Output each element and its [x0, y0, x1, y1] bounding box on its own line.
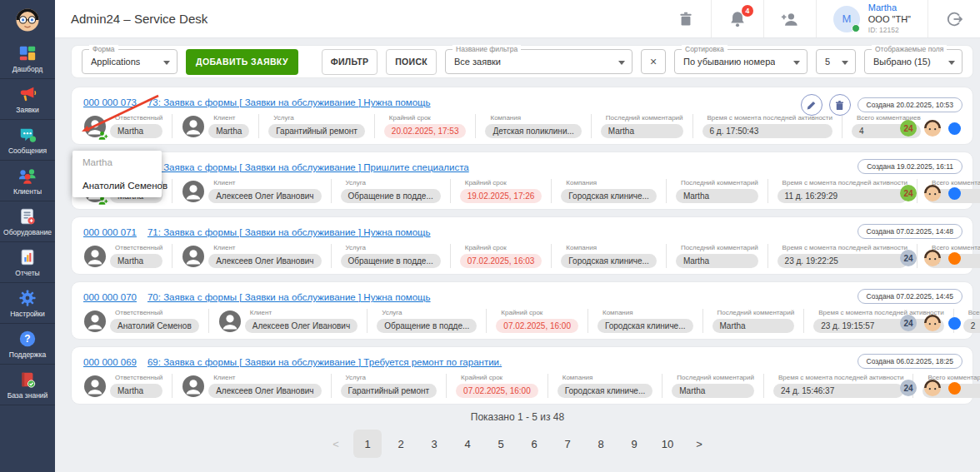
- dashboard-icon: [18, 44, 37, 62]
- field-label: Ответственный: [115, 114, 162, 122]
- sidebar-item-messages[interactable]: Сообщения: [0, 120, 55, 161]
- ticket-list: 000 000 07373: Заявка с формы [ Заявки н…: [71, 87, 973, 405]
- field-value: Martha: [208, 124, 249, 138]
- support-question-icon: ?: [18, 330, 37, 348]
- sidebar-item-settings[interactable]: Настройки: [0, 283, 55, 324]
- logout-button[interactable]: [945, 10, 963, 28]
- status-dot: [948, 122, 961, 135]
- field-value: 2: [963, 319, 980, 333]
- sidebar-item-label: База знаний: [8, 391, 48, 400]
- filter-name-select[interactable]: Название фильтра Все заявки: [445, 49, 632, 74]
- ticket-fields: Ответственный Martha Клиент Martha Услуг…: [83, 114, 961, 138]
- page-button[interactable]: 2: [387, 430, 415, 458]
- sidebar-item-clients[interactable]: Клиенты: [0, 161, 55, 201]
- pagination-pages: < 12345678910>: [55, 430, 980, 458]
- ticket-field: Компания Городская клиниче...: [548, 374, 653, 398]
- settings-gear-icon: [18, 289, 37, 307]
- user-menu[interactable]: M Martha ООО "ТН" ID: 12152: [816, 0, 928, 37]
- page-button[interactable]: 6: [520, 430, 548, 458]
- logo-face-icon: [12, 4, 42, 34]
- assignee-option[interactable]: Анатолий Семенов: [72, 174, 162, 197]
- page-button[interactable]: 3: [420, 430, 448, 458]
- ticket-title: 69: Заявка с формы [ Заявки на обслужива…: [148, 357, 502, 367]
- ticket-field: Компания Детская поликлини...: [475, 114, 581, 138]
- page-button[interactable]: 9: [620, 430, 648, 458]
- sort-select[interactable]: Сортировка По убыванию номера: [674, 49, 808, 74]
- ticket-field: Ответственный Анатолий Семенов: [83, 309, 199, 333]
- person-icon: [83, 310, 107, 333]
- trash-icon: [834, 100, 845, 111]
- add-user-button[interactable]: [781, 10, 799, 28]
- ticket-link[interactable]: 000 000 07171: Заявка с формы [ Заявки н…: [83, 227, 431, 237]
- field-label: Услуга: [346, 179, 441, 186]
- field-label: Услуга: [382, 309, 477, 316]
- sidebar-item-label: Сообщения: [8, 147, 47, 155]
- logout-icon: [945, 10, 963, 28]
- person-add-icon: [781, 10, 799, 28]
- app-logo[interactable]: [0, 0, 55, 38]
- visible-fields-select[interactable]: Отображаемые поля Выбрано (15): [864, 49, 962, 74]
- field-value: Martha: [110, 124, 162, 138]
- chevron-down-icon: [948, 61, 955, 65]
- ticket-field: Последний комментарий Martha: [591, 114, 683, 138]
- chevron-down-icon: [842, 61, 848, 65]
- per-page-select[interactable]: 5: [816, 49, 856, 74]
- clear-filter-button[interactable]: ×: [641, 49, 666, 74]
- created-badge: Создана 20.02.2025, 10:53: [858, 97, 963, 112]
- field-value: Алексеев Олег Иванович: [208, 384, 321, 398]
- created-badge: Создана 07.02.2025, 14:48: [858, 224, 963, 239]
- page-title: Admin24 – Service Desk: [55, 0, 208, 37]
- sidebar-item-equipment[interactable]: Оборудование: [0, 201, 55, 242]
- page-button[interactable]: 5: [487, 430, 515, 458]
- sidebar-item-knowledge-base[interactable]: База знаний: [0, 365, 55, 405]
- person-avatar: [83, 245, 107, 268]
- visible-fields-label: Отображаемые поля: [872, 45, 947, 53]
- person-avatar: [182, 115, 205, 138]
- pagination-summary: Показано 1 - 5 из 48: [55, 411, 980, 423]
- page-button[interactable]: 10: [653, 430, 682, 458]
- person-avatar: [182, 245, 205, 268]
- page-button[interactable]: 4: [453, 430, 482, 458]
- person-icon: [83, 245, 107, 268]
- search-button[interactable]: ПОИСК: [386, 49, 437, 75]
- ticket-field: Клиент Алексеев Олег Иванович: [208, 309, 358, 333]
- sidebar-item-tickets[interactable]: Заявки: [0, 79, 55, 120]
- ticket-number: 000 000 070: [83, 292, 137, 302]
- sidebar-item-support[interactable]: ? Поддержка: [0, 324, 55, 365]
- delete-button[interactable]: [829, 94, 851, 116]
- page-button[interactable]: 8: [587, 430, 615, 458]
- ticket-link[interactable]: 000 000 07373: Заявка с формы [ Заявки н…: [83, 97, 431, 107]
- ticket-link[interactable]: 000 000 07070: Заявка с формы [ Заявки н…: [83, 292, 431, 302]
- status-dot: [948, 382, 961, 395]
- field-value: Обращение в подде...: [341, 254, 441, 268]
- svg-text:?: ?: [24, 333, 30, 345]
- filter-button[interactable]: ФИЛЬТР: [322, 49, 378, 75]
- client-face-icon: [924, 120, 941, 137]
- next-page-button[interactable]: >: [687, 430, 712, 458]
- field-label: Клиент: [213, 114, 249, 122]
- comment-count-badge: 24: [900, 185, 917, 201]
- notification-count-badge: 4: [742, 5, 753, 17]
- created-badge: Создана 07.02.2025, 14:45: [858, 289, 963, 304]
- trash-button[interactable]: [678, 11, 694, 27]
- notifications-button[interactable]: 4: [728, 10, 747, 28]
- add-ticket-button[interactable]: ДОБАВИТЬ ЗАЯВКУ: [186, 49, 298, 75]
- field-label: Крайний срок: [389, 114, 467, 122]
- sidebar-item-reports[interactable]: Отчеты: [0, 242, 55, 283]
- ticket-number: 000 000 073: [83, 97, 137, 107]
- form-select[interactable]: Форма Applications: [82, 49, 178, 74]
- page-button[interactable]: 7: [553, 430, 582, 458]
- ticket-field: Время с момента последней активности 24 …: [763, 374, 903, 398]
- sidebar-item-dashboard[interactable]: Дашборд: [0, 38, 55, 79]
- chevron-down-icon: [793, 61, 800, 65]
- comment-count-badge: 24: [900, 120, 917, 137]
- field-value: 6 д. 17:50:43: [702, 124, 832, 138]
- assignee-option-current[interactable]: Martha: [72, 151, 162, 174]
- ticket-link[interactable]: 000 000 06969: Заявка с формы [ Заявки н…: [83, 357, 502, 367]
- sidebar-item-label: Настройки: [10, 310, 45, 318]
- assign-user-icon[interactable]: [98, 129, 108, 139]
- page-button[interactable]: 1: [353, 430, 382, 458]
- ticket-title: 70: Заявка с формы [ Заявки на обслужива…: [148, 292, 431, 302]
- prev-page-button[interactable]: <: [323, 430, 348, 458]
- edit-button[interactable]: [801, 94, 822, 116]
